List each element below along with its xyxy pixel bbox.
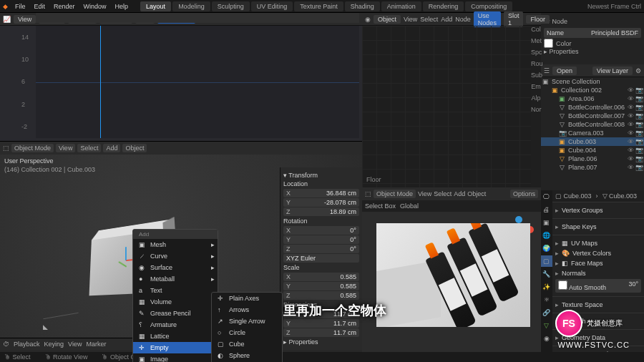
workspace-tab-sculpting[interactable]: Sculpting (212, 1, 250, 11)
tl-view[interactable]: View (68, 341, 82, 348)
auto-smooth-checkbox[interactable] (558, 280, 567, 290)
visibility-toggle-icon[interactable]: 👁 (627, 87, 634, 94)
tl-playback[interactable]: Playback (14, 341, 40, 348)
add-menu-item-curve[interactable]: ⟋Curve▸ (133, 250, 218, 262)
visibility-toggle-icon[interactable]: 👁 (627, 138, 634, 145)
breadcrumb-data[interactable]: ▽ Cube.003 (602, 192, 638, 200)
editor-type-icon-2[interactable]: ⬚ (365, 190, 371, 197)
visibility-toggle-icon[interactable]: 👁 (627, 112, 634, 119)
node-em-tab[interactable]: Em (531, 83, 541, 94)
node-menu-view[interactable]: View (404, 16, 417, 23)
node-met-tab[interactable]: Met (531, 37, 541, 49)
workspace-tab-uv[interactable]: UV Editing (251, 1, 293, 11)
add-menu-item-surface[interactable]: ◉Surface▸ (133, 262, 218, 273)
outliner-item-bottlecontroller-006[interactable]: ▽ BottleController.006 👁 📷 (541, 103, 644, 112)
visibility-toggle-icon[interactable]: 👁 (627, 129, 634, 137)
shape-keys-section[interactable]: Shape Keys (555, 222, 641, 232)
outliner-item-cube-003[interactable]: ▣ Cube.003 👁 📷 (541, 137, 644, 146)
texture-space-section[interactable]: Texture Space (555, 300, 641, 310)
add-menu-item-mesh[interactable]: ▣Mesh▸ (133, 239, 218, 250)
menu-help[interactable]: Help (111, 3, 133, 10)
viewport-3d-right[interactable]: ⬚ Object Mode View Select Add Object Opt… (362, 187, 541, 362)
outliner-open[interactable]: Open (552, 67, 577, 75)
normals-section[interactable]: Normals (555, 268, 641, 278)
node-menu-add[interactable]: Add (441, 16, 452, 23)
workspace-tab-modeling[interactable]: Modeling (172, 1, 210, 11)
empty-submenu-item-cube[interactable]: ▢Cube (212, 338, 282, 350)
node-alp-tab[interactable]: Alp (531, 94, 541, 106)
vpr-menu-view[interactable]: View (418, 190, 431, 197)
prop-tab-view-icon[interactable]: ▣ (541, 217, 552, 228)
render-toggle-icon[interactable]: 📷 (635, 87, 643, 94)
visibility-toggle-icon[interactable]: 👁 (627, 164, 634, 171)
vertex-colors-section[interactable]: 🎨Vertex Colors (555, 248, 641, 258)
prop-tab-output-icon[interactable]: 🖨 (541, 204, 552, 215)
prop-tab-modifier-icon[interactable]: 🔧 (541, 268, 552, 280)
mode-dropdown-2[interactable]: Object Mode (374, 190, 416, 198)
loc-y-field[interactable]: Y-28.078 cm (283, 198, 359, 207)
outliner-item-plane-007[interactable]: ▽ Plane.007 👁 📷 (541, 163, 644, 172)
node-nor-tab[interactable]: Nor (531, 106, 541, 117)
prop-tab-object-icon[interactable]: ▢ (541, 255, 552, 267)
vp-menu-object[interactable]: Object (122, 144, 147, 152)
rot-y-field[interactable]: Y0° (283, 235, 359, 244)
loc-x-field[interactable]: X36.848 cm (283, 189, 359, 197)
prop-tab-scene-icon[interactable]: 🌐 (541, 230, 552, 241)
empty-submenu-item-circle[interactable]: ○Circle (212, 327, 282, 338)
outliner-item-bottlecontroller-008[interactable]: ▽ BottleController.008 👁 📷 (541, 120, 644, 129)
prop-tab-material-icon[interactable]: ◉ (541, 333, 552, 344)
editor-type-icon[interactable]: ⬚ (3, 145, 9, 152)
outliner-item-cube-004[interactable]: ▣ Cube.004 👁 📷 (541, 146, 644, 155)
visibility-toggle-icon[interactable]: 👁 (627, 104, 634, 111)
select-box-dropdown-2[interactable]: Select Box (365, 202, 396, 210)
outliner-viewlayer[interactable]: View Layer (592, 67, 633, 75)
add-menu-item-grease-pencil[interactable]: ✎Grease Pencil▸ (133, 308, 218, 319)
node-rou-tab[interactable]: Rou (531, 60, 541, 72)
node-object-label[interactable]: Object (374, 15, 401, 24)
node-color-checkbox[interactable] (544, 39, 553, 48)
dim-z-field[interactable]: Z11.7 cm (283, 328, 359, 337)
shader-node-editor[interactable]: ◉ Object View Select Add Node Use Nodes … (362, 13, 541, 187)
rot-x-field[interactable]: X0° (283, 226, 359, 235)
visibility-toggle-icon[interactable]: 👁 (627, 121, 634, 128)
prop-tab-world-icon[interactable]: 🌍 (541, 243, 552, 254)
outliner-item-camera-003[interactable]: 📷 Camera.003 👁 📷 (541, 129, 644, 137)
tl-marker[interactable]: Marker (86, 341, 106, 348)
prop-tab-render-icon[interactable]: 🖵 (541, 191, 552, 202)
render-toggle-icon[interactable]: 📷 (635, 147, 643, 154)
uv-maps-section[interactable]: ▦UV Maps (555, 238, 641, 248)
prop-tab-constraint-icon[interactable]: 🔗 (541, 307, 552, 318)
prop-tab-data-icon[interactable]: ▽ (541, 320, 552, 331)
add-menu-item-lattice[interactable]: ▦Lattice (133, 331, 218, 342)
workspace-tab-compositing[interactable]: Compositing (465, 1, 512, 11)
scale-y-field[interactable]: Y0.585 (283, 282, 359, 290)
workspace-tab-texpaint[interactable]: Texture Paint (294, 1, 343, 11)
breadcrumb-obj[interactable]: ▢ Cube.003 (555, 192, 592, 200)
add-menu-item-empty[interactable]: ✛Empty▸ (133, 342, 218, 353)
graph-time-ruler[interactable] (36, 13, 359, 23)
workspace-tab-animation[interactable]: Animation (381, 1, 421, 11)
visibility-toggle-icon[interactable]: 👁 (627, 155, 634, 162)
workspace-tab-rendering[interactable]: Rendering (423, 1, 464, 11)
render-toggle-icon[interactable]: 📷 (635, 121, 643, 128)
prop-tab-physics-icon[interactable]: ⚛ (541, 294, 552, 305)
vp-menu-add[interactable]: Add (103, 144, 120, 152)
empty-submenu-item-single-arrow[interactable]: ↗Single Arrow (212, 315, 282, 327)
filter-icon[interactable]: ⚙ (635, 67, 641, 74)
node-menu-select[interactable]: Select (420, 16, 438, 23)
outliner-item-plane-006[interactable]: ▽ Plane.006 👁 📷 (541, 155, 644, 163)
workspace-tab-shading[interactable]: Shading (345, 1, 380, 11)
loc-z-field[interactable]: Z18.89 cm (283, 207, 359, 216)
add-menu-item-volume[interactable]: ▦Volume▸ (133, 296, 218, 308)
empty-submenu-item-sphere[interactable]: ◐Sphere (212, 350, 282, 361)
outliner-item-area-006[interactable]: ▣ Area.006 👁 📷 (541, 94, 644, 103)
slot-dropdown[interactable]: Slot 1 (504, 11, 524, 27)
outliner[interactable]: ▣ Scene Collection ▣ Collection 002 👁 📷 … (541, 77, 644, 190)
node-name-field[interactable]: Name Principled BSDF (544, 28, 641, 38)
rot-mode-dropdown[interactable]: XYZ Euler (283, 254, 359, 263)
scale-z-field[interactable]: Z0.585 (283, 291, 359, 300)
add-menu-item-armature[interactable]: ⸮Armature (133, 319, 218, 331)
auto-smooth-field[interactable]: Auto Smooth 30° (555, 279, 641, 293)
menu-file[interactable]: File (11, 3, 30, 10)
material-name[interactable]: Floor (526, 15, 550, 24)
